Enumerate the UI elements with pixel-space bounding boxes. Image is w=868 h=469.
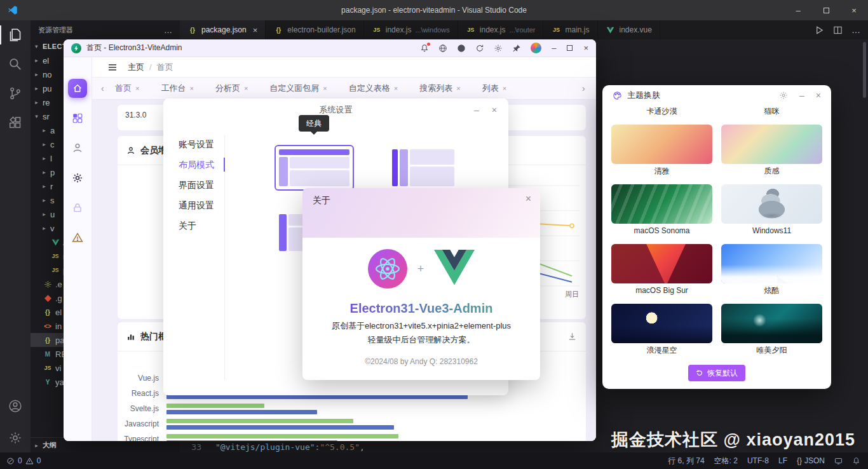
sidebar-item-exceptions[interactable] [68,228,87,247]
status-encoding[interactable]: UTF-8 [747,456,769,465]
app-nav-tab[interactable]: 搜索列表× [419,83,460,94]
editor-tab[interactable]: JSindex.js...\windows [364,20,458,39]
settings-menu-item[interactable]: 界面设置 [179,175,224,195]
about-close-icon[interactable]: × [526,193,531,205]
editor-tab[interactable]: {}electron-builder.json [266,20,363,39]
editor-tab[interactable]: {}package.json× [180,20,266,39]
theme-thumbnail[interactable] [611,304,712,343]
app-nav-tab[interactable]: 工作台× [161,83,193,94]
editor-scrollbar[interactable] [863,42,866,98]
activitybar-settings[interactable] [0,423,31,452]
more-actions-icon[interactable]: … [851,25,860,35]
theme-item[interactable]: 卡通沙漠 [611,105,712,118]
activitybar-extensions[interactable] [0,108,31,137]
activitybar-search[interactable] [0,50,31,79]
tab-close-icon[interactable]: × [253,25,258,35]
window-minimize-button[interactable]: – [784,0,812,20]
tabs-scroll-right-icon[interactable]: › [582,83,591,93]
settings-menu-item[interactable]: 账号设置 [179,134,224,154]
warnings-icon[interactable] [25,457,34,465]
theme-minimize-icon[interactable]: – [799,90,804,100]
pin-icon[interactable] [512,44,521,53]
theme-settings-gear-icon[interactable] [779,91,788,100]
sidebar-item-components[interactable] [68,109,87,128]
theme-item[interactable]: macOS Big Sur [611,244,712,297]
editor-tab[interactable]: JSindex.js...\router [458,20,544,39]
screen-icon[interactable] [834,457,843,465]
app-nav-tab[interactable]: 分析页× [215,83,248,94]
editor-tab[interactable]: index.vue [598,20,660,39]
theme-thumbnail[interactable] [721,184,822,224]
sidebar-item-users[interactable] [68,139,87,158]
app-nav-tab[interactable]: 首页× [115,83,139,94]
theme-item[interactable]: 炫酷 [721,244,822,297]
app-nav-tab[interactable]: 自定义面包屑× [269,83,327,94]
theme-item[interactable]: Windows11 [721,184,822,238]
restore-default-button[interactable]: 恢复默认 [688,365,745,381]
window-close-button[interactable]: × [840,0,868,20]
theme-thumbnail[interactable] [611,184,712,224]
settings-menu-item[interactable]: 通用设置 [179,195,224,215]
theme-thumbnail[interactable] [721,244,822,283]
split-editor-icon[interactable] [833,25,843,35]
theme-item[interactable]: 浪漫星空 [611,304,712,357]
dialog-minimize-icon[interactable]: – [474,105,479,115]
more-actions-icon[interactable]: … [164,25,172,35]
warning-count[interactable]: 0 [37,456,41,465]
layout-option-columns[interactable] [388,145,459,191]
breadcrumb-root[interactable]: 主页 [128,62,144,73]
theme-thumbnail[interactable] [611,244,712,283]
code-line[interactable]: 33 "@vitejs/plugin-vue": "^5.0.5", [180,442,365,452]
theme-item[interactable]: 质感 [721,125,822,178]
editor-tab[interactable]: JSmain.js [543,20,597,39]
app-nav-tab[interactable]: 自定义表格× [349,83,398,94]
theme-close-icon[interactable]: × [816,90,821,100]
tabs-scroll-left-icon[interactable]: ‹ [101,83,110,93]
download-icon[interactable] [567,332,577,341]
hamburger-menu-icon[interactable] [107,62,118,72]
app-tab-close-icon[interactable]: × [394,85,398,92]
activitybar-account[interactable] [0,391,31,421]
theme-item[interactable]: 唯美夕阳 [721,304,822,357]
settings-menu-item[interactable]: 布局模式 [179,154,224,175]
app-tab-close-icon[interactable]: × [503,85,506,92]
theme-item[interactable]: 猫咪 [721,105,822,118]
github-icon[interactable] [457,44,466,53]
notifications-bell-icon[interactable] [852,457,860,465]
dialog-close-icon[interactable]: × [492,105,497,115]
app-tab-close-icon[interactable]: × [189,85,193,92]
theme-item[interactable]: macOS Sonoma [611,184,712,238]
sidebar-item-permissions[interactable] [68,198,87,217]
refresh-icon[interactable] [475,44,484,53]
run-icon[interactable] [815,25,824,35]
activitybar-source-control[interactable] [0,79,31,108]
app-tab-close-icon[interactable]: × [323,85,327,92]
app-minimize-button[interactable]: – [552,43,556,53]
errors-icon[interactable] [6,457,15,465]
status-language[interactable]: {}JSON [797,456,825,465]
sidebar-item-home[interactable] [68,79,87,98]
app-tab-close-icon[interactable]: × [456,85,460,92]
layout-option-classic[interactable] [275,145,354,191]
theme-item[interactable]: 清雅 [611,125,712,178]
app-tab-close-icon[interactable]: × [135,85,139,92]
status-eol[interactable]: LF [778,456,787,465]
theme-thumbnail[interactable] [611,125,712,164]
settings-gear-icon[interactable] [494,44,503,53]
bell-icon[interactable] [420,44,429,53]
app-close-button[interactable]: × [583,43,588,53]
theme-thumbnail[interactable] [721,304,822,343]
activitybar-explorer[interactable] [0,20,31,50]
sidebar-item-system[interactable] [68,168,87,187]
error-count[interactable]: 0 [18,456,22,465]
theme-thumbnail[interactable] [721,125,822,164]
user-avatar[interactable] [531,43,541,53]
window-maximize-button[interactable] [812,0,840,20]
status-line-col[interactable]: 行 6, 列 74 [668,456,704,466]
settings-menu-item[interactable]: 关于 [179,215,224,236]
app-maximize-button[interactable] [567,43,573,53]
app-tab-close-icon[interactable]: × [244,85,248,92]
language-globe-icon[interactable] [438,44,447,53]
status-indentation[interactable]: 空格: 2 [714,456,738,466]
app-nav-tab[interactable]: 列表× [482,83,506,94]
